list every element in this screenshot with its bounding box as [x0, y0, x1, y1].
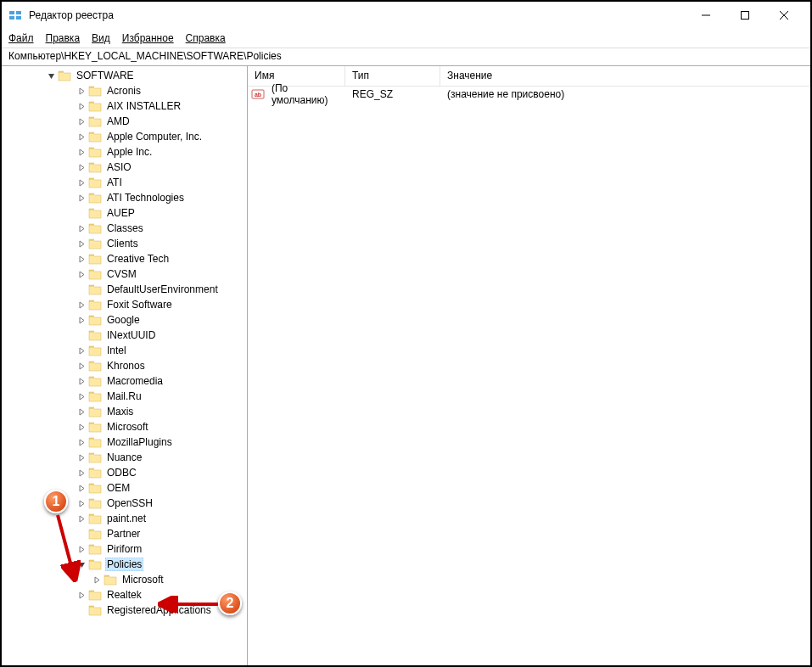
chevron-right-icon[interactable]	[92, 575, 102, 585]
tree-node-label: AMD	[105, 115, 132, 127]
tree-node-inextuuid[interactable]: INextUUID	[2, 328, 247, 343]
tree-node-label: Acronis	[105, 85, 143, 97]
menu-view[interactable]: Вид	[92, 32, 110, 44]
folder-icon	[88, 268, 102, 280]
tree-node-ati-technologies[interactable]: ATI Technologies	[2, 190, 247, 205]
tree-node-classes[interactable]: Classes	[2, 221, 247, 236]
chevron-right-icon[interactable]	[76, 391, 87, 401]
chevron-right-icon[interactable]	[76, 300, 87, 310]
tree-node-clients[interactable]: Clients	[2, 236, 247, 251]
chevron-right-icon[interactable]	[76, 513, 87, 524]
folder-icon	[88, 451, 102, 463]
tree-node-auep[interactable]: AUEP	[2, 205, 247, 221]
svg-rect-5	[742, 12, 749, 20]
tree-node-mozillaplugins[interactable]: MozillaPlugins	[2, 434, 247, 450]
tree-node-macromedia[interactable]: Macromedia	[2, 373, 247, 389]
chevron-right-icon[interactable]	[76, 406, 87, 417]
column-type[interactable]: Тип	[345, 66, 440, 86]
tree-node-acronis[interactable]: Acronis	[2, 83, 247, 98]
tree-node-cvsm[interactable]: CVSM	[2, 266, 247, 282]
chevron-right-icon[interactable]	[76, 498, 87, 508]
tree-node-foxit-software[interactable]: Foxit Software	[2, 297, 247, 312]
tree-node-label: Nuance	[105, 451, 143, 463]
chevron-right-icon[interactable]	[76, 177, 87, 188]
tree-node-ati[interactable]: ATI	[2, 175, 247, 190]
folder-icon	[88, 406, 102, 418]
chevron-right-icon[interactable]	[76, 422, 87, 432]
chevron-right-icon[interactable]	[76, 468, 87, 478]
cell-name: (По умолчанию)	[268, 82, 349, 106]
chevron-right-icon[interactable]	[76, 223, 87, 233]
chevron-right-icon[interactable]	[76, 193, 87, 203]
chevron-right-icon[interactable]	[76, 254, 87, 264]
chevron-down-icon[interactable]	[46, 70, 56, 81]
chevron-right-icon[interactable]	[76, 269, 87, 279]
svg-rect-1	[16, 11, 21, 14]
chevron-right-icon[interactable]	[76, 590, 87, 600]
tree-node-realtek[interactable]: Realtek	[2, 587, 247, 603]
chevron-right-icon[interactable]	[76, 483, 87, 493]
tree-node-mail-ru[interactable]: Mail.Ru	[2, 389, 247, 404]
chevron-down-icon[interactable]	[76, 559, 87, 569]
maximize-button[interactable]	[725, 3, 764, 28]
chevron-right-icon[interactable]	[76, 86, 87, 96]
tree-node-apple-computer-inc-[interactable]: Apple Computer, Inc.	[2, 129, 247, 144]
tree-node-microsoft[interactable]: Microsoft	[2, 419, 247, 434]
tree-node-asio[interactable]: ASIO	[2, 160, 247, 175]
chevron-right-icon[interactable]	[76, 101, 87, 111]
tree-node-label: Maxis	[105, 406, 135, 418]
tree-node-label: OpenSSH	[105, 497, 154, 509]
tree-node-piriform[interactable]: Piriform	[2, 541, 247, 557]
tree-node-partner[interactable]: Partner	[2, 526, 247, 541]
chevron-right-icon[interactable]	[76, 345, 87, 356]
tree-node-policies[interactable]: Policies	[2, 557, 247, 572]
menu-help[interactable]: Справка	[186, 32, 226, 44]
tree-node-amd[interactable]: AMD	[2, 114, 247, 129]
tree-node-registeredapplications[interactable]: RegisteredApplications	[2, 603, 247, 618]
tree-node-paint-net[interactable]: paint.net	[2, 511, 247, 526]
chevron-right-icon[interactable]	[76, 361, 87, 371]
chevron-right-icon[interactable]	[76, 437, 87, 447]
chevron-right-icon[interactable]	[76, 544, 87, 554]
folder-icon	[88, 131, 102, 143]
tree-node-oem[interactable]: OEM	[2, 480, 247, 496]
folder-icon	[88, 314, 102, 326]
chevron-right-icon[interactable]	[76, 238, 87, 249]
tree-node-maxis[interactable]: Maxis	[2, 404, 247, 419]
chevron-right-icon[interactable]	[76, 147, 87, 157]
tree-panel: SOFTWAREAcronisAIX INSTALLERAMDApple Com…	[2, 66, 248, 665]
chevron-right-icon[interactable]	[76, 162, 87, 172]
menu-favorites[interactable]: Избранное	[122, 32, 174, 44]
tree-node-label: ATI	[105, 177, 124, 188]
tree-node-microsoft[interactable]: Microsoft	[2, 572, 247, 587]
tree-node-odbc[interactable]: ODBC	[2, 465, 247, 480]
folder-icon	[88, 528, 102, 540]
tree-node-google[interactable]: Google	[2, 312, 247, 328]
tree-node-label: Foxit Software	[105, 299, 174, 311]
tree-node-creative-tech[interactable]: Creative Tech	[2, 251, 247, 266]
tree-view[interactable]: SOFTWAREAcronisAIX INSTALLERAMDApple Com…	[2, 66, 247, 665]
address-bar[interactable]: Компьютер\HKEY_LOCAL_MACHINE\SOFTWARE\Po…	[2, 48, 810, 66]
chevron-right-icon[interactable]	[76, 116, 87, 126]
menu-edit[interactable]: Правка	[46, 32, 81, 44]
titlebar[interactable]: Редактор реестра	[2, 2, 810, 29]
chevron-right-icon[interactable]	[76, 452, 87, 462]
tree-node-apple-inc-[interactable]: Apple Inc.	[2, 144, 247, 160]
tree-node-khronos[interactable]: Khronos	[2, 358, 247, 373]
list-row[interactable]: ab(По умолчанию)REG_SZ(значение не присв…	[248, 87, 810, 102]
chevron-right-icon[interactable]	[76, 376, 87, 386]
column-value[interactable]: Значение	[440, 66, 810, 86]
tree-node-software[interactable]: SOFTWARE	[2, 68, 247, 83]
tree-node-defaultuserenvironment[interactable]: DefaultUserEnvironment	[2, 282, 247, 297]
chevron-right-icon[interactable]	[76, 315, 87, 325]
tree-node-aix-installer[interactable]: AIX INSTALLER	[2, 98, 247, 114]
tree-node-nuance[interactable]: Nuance	[2, 450, 247, 465]
tree-node-label: OEM	[105, 482, 132, 494]
chevron-right-icon[interactable]	[76, 132, 87, 142]
minimize-button[interactable]	[686, 3, 725, 28]
menu-file[interactable]: Файл	[8, 32, 34, 44]
close-button[interactable]	[764, 3, 804, 28]
tree-node-intel[interactable]: Intel	[2, 343, 247, 358]
tree-node-label: CVSM	[105, 268, 138, 280]
tree-node-openssh[interactable]: OpenSSH	[2, 496, 247, 511]
